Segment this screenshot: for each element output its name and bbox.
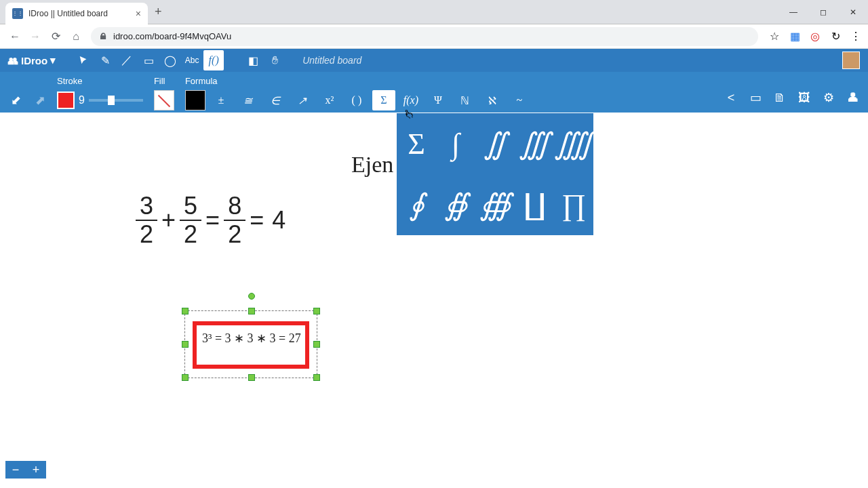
brand-text: IDroo	[21, 55, 47, 66]
redo-arrow-icon[interactable]: ⬈	[30, 90, 50, 110]
extension-icon-3[interactable]: ↻	[829, 30, 842, 43]
lock-icon: 🔒︎	[99, 31, 108, 41]
zoom-out-button[interactable]: −	[5, 461, 26, 479]
resize-handle-e[interactable]	[313, 341, 320, 348]
stroke-color-swatch[interactable]	[57, 92, 75, 109]
symbol-quad-integral[interactable]: ⨌	[554, 113, 593, 174]
right-action-icons: < ▭ 🗎︎ 🖼︎ ⚙︎ 👤︎	[722, 87, 863, 108]
tilde-button[interactable]: ~	[508, 90, 531, 110]
rotate-handle[interactable]	[248, 293, 255, 300]
star-icon[interactable]: ☆	[768, 30, 781, 43]
extension-icon-2[interactable]: ◎	[808, 30, 822, 43]
parentheses-button[interactable]: ( )	[345, 90, 368, 110]
text-tool[interactable]: Abc	[182, 50, 202, 70]
fraction-result: 4	[268, 206, 290, 235]
symbol-coproduct[interactable]: ∐	[515, 174, 554, 235]
image-icon[interactable]: 🖼︎	[795, 88, 814, 107]
superscript-button[interactable]: x²	[318, 90, 341, 110]
plus-sign: +	[157, 206, 180, 235]
back-button[interactable]: ←	[5, 27, 24, 46]
chevron-down-icon: ▾	[50, 54, 56, 66]
browser-url-bar: ← → ⟳ ⌂ 🔒︎ idroo.com/board-9f4MvqOAVu ☆ …	[0, 24, 868, 49]
sub-toolbar: ⬋ ⬈ Stroke 9 Fill Formula ± ≅ ∈ ↗ x² ( )…	[0, 72, 868, 113]
fill-none-swatch[interactable]	[154, 90, 174, 110]
browser-tab[interactable]: ⋮⋮ IDroo || Untitled board ×	[5, 3, 148, 24]
symbol-product[interactable]: ∏	[554, 174, 593, 235]
minimize-button[interactable]: —	[778, 1, 808, 23]
rectangle-tool[interactable]: ▭	[138, 50, 159, 70]
arrow-button[interactable]: ↗	[291, 90, 314, 110]
resize-handle-sw[interactable]	[182, 374, 189, 381]
resize-handle-n[interactable]	[248, 308, 255, 314]
symbol-volume-integral[interactable]: ∰	[475, 174, 515, 235]
tab-title: IDroo || Untitled board	[28, 9, 108, 18]
stroke-label: Stroke	[57, 76, 143, 87]
tab-close-icon[interactable]: ×	[136, 8, 141, 19]
select-tool[interactable]	[73, 50, 94, 70]
zoom-in-button[interactable]: +	[26, 461, 46, 479]
close-window-button[interactable]: ✕	[838, 1, 868, 23]
stroke-width-slider[interactable]	[89, 99, 143, 102]
pencil-tool[interactable]: ✎	[95, 50, 115, 70]
brand-menu[interactable]: 👥︎ IDroo ▾	[4, 54, 60, 66]
board-title[interactable]: Untitled board	[302, 55, 361, 66]
chat-icon[interactable]: ▭	[746, 88, 765, 107]
canvas-text-ejen[interactable]: Ejen	[351, 152, 393, 178]
resize-handle-s[interactable]	[248, 374, 255, 381]
plusminus-button[interactable]: ±	[210, 90, 233, 110]
zoom-controls: − +	[5, 461, 46, 479]
symbol-double-integral[interactable]: ∬	[475, 113, 515, 174]
canvas[interactable]: Ejen 32 + 52 = 82 = 4 3³ = 3 ∗ 3 ∗ 3 = 2…	[0, 113, 868, 485]
resize-handle-nw[interactable]	[182, 308, 189, 314]
selected-formula-text: 3³ = 3 ∗ 3 ∗ 3 = 27	[202, 331, 301, 346]
browser-tab-strip: ⋮⋮ IDroo || Untitled board × + — ◻ ✕	[0, 0, 868, 24]
sigma-button[interactable]: Σ	[372, 90, 395, 110]
psi-button[interactable]: Ψ	[427, 90, 450, 110]
aleph-button[interactable]: ℵ	[481, 90, 504, 110]
element-of-button[interactable]: ∈	[264, 90, 287, 110]
pan-tool[interactable]: ✋︎	[264, 50, 285, 70]
forward-button[interactable]: →	[26, 27, 45, 46]
url-field[interactable]: 🔒︎ idroo.com/board-9f4MvqOAVu	[91, 27, 758, 46]
symbol-contour-integral[interactable]: ∮	[397, 174, 436, 235]
new-tab-button[interactable]: +	[155, 5, 162, 19]
resize-handle-ne[interactable]	[313, 308, 320, 314]
user-avatar[interactable]	[842, 52, 860, 69]
settings-icon[interactable]: ⚙︎	[819, 88, 838, 107]
share-icon[interactable]: <	[722, 88, 741, 107]
eraser-tool[interactable]: ◧	[243, 50, 263, 70]
approx-button[interactable]: ≅	[237, 90, 260, 110]
reload-button[interactable]: ⟳	[46, 27, 65, 46]
symbol-triple-integral[interactable]: ∭	[515, 113, 554, 174]
brand-people-icon: 👥︎	[8, 55, 18, 66]
line-tool[interactable]: ／	[117, 50, 137, 70]
fill-label: Fill	[154, 76, 174, 87]
browser-menu-icon[interactable]: ⋮	[849, 30, 863, 43]
url-text: idroo.com/board-9f4MvqOAVu	[113, 31, 231, 41]
formula-label: Formula	[185, 76, 531, 87]
user-icon[interactable]: 👤︎	[844, 88, 863, 107]
equals-sign-2: =	[245, 206, 268, 235]
home-button[interactable]: ⌂	[66, 27, 85, 46]
formula-color-swatch[interactable]	[185, 90, 205, 110]
undo-arrow-icon[interactable]: ⬋	[5, 90, 26, 110]
resize-handle-se[interactable]	[313, 374, 320, 381]
maximize-button[interactable]: ◻	[808, 1, 838, 23]
symbol-surface-integral[interactable]: ∯	[436, 174, 475, 235]
sigma-symbol-panel: Σ ∫ ∬ ∭ ⨌ ∮ ∯ ∰ ∐ ∏	[396, 113, 594, 236]
extension-icon-1[interactable]: ▦	[788, 30, 802, 43]
extension-icons: ☆ ▦ ◎ ↻ ⋮	[768, 30, 863, 43]
tab-favicon: ⋮⋮	[12, 8, 23, 19]
ellipse-tool[interactable]: ◯	[160, 50, 180, 70]
fraction-equation[interactable]: 32 + 52 = 82 = 4	[136, 192, 290, 247]
document-icon[interactable]: 🗎︎	[770, 88, 789, 107]
resize-handle-w[interactable]	[182, 341, 189, 348]
stroke-width-value: 9	[79, 94, 85, 106]
formula-tool[interactable]: f()	[203, 50, 224, 70]
symbol-sigma[interactable]: Σ	[397, 113, 436, 174]
symbol-integral[interactable]: ∫	[436, 113, 475, 174]
natural-button[interactable]: ℕ	[454, 90, 477, 110]
equals-sign: =	[201, 206, 224, 235]
app-toolbar: 👥︎ IDroo ▾ ✎ ／ ▭ ◯ Abc f() ◧ ✋︎ Untitled…	[0, 49, 868, 72]
window-controls: — ◻ ✕	[778, 1, 868, 23]
